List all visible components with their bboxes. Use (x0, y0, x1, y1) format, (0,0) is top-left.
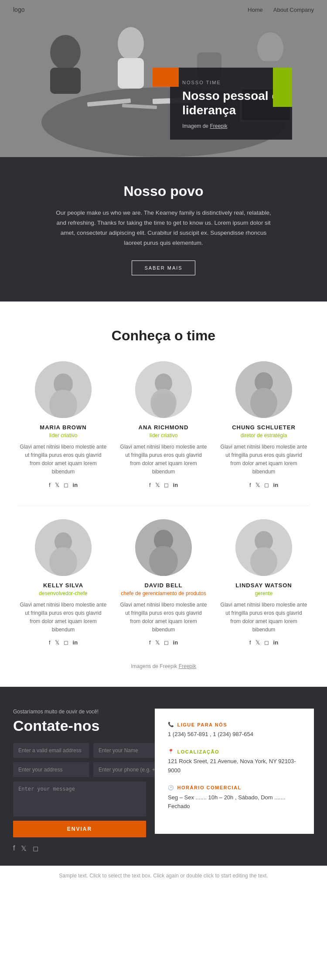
instagram-icon-3[interactable]: ◻ (64, 639, 68, 646)
social-icons-2: f 𝕏 ◻ in (220, 482, 307, 488)
freepik-credit: Imagens de Freepik Freepik (17, 663, 310, 669)
submit-button[interactable]: ENVIAR (13, 821, 146, 837)
member-bio-2: Glavi amet nitnisi libero molestie ante … (220, 443, 307, 476)
phone-label: 📞 LIGUE PARA NÓS (168, 722, 301, 727)
contact-instagram-icon[interactable]: ◻ (33, 844, 38, 853)
nav-links: Home About Company (248, 7, 314, 13)
facebook-icon-2[interactable]: f (249, 482, 251, 488)
nosso-povo-body: Our people make us who we are. The Kearn… (54, 208, 272, 248)
hero-title: Nosso pessoal e liderança (182, 89, 280, 118)
contact-twitter-icon[interactable]: 𝕏 (21, 844, 27, 853)
hours-label: 🕐 HORÁRIO COMERCIAL (168, 785, 301, 791)
avatar-ana (135, 361, 192, 418)
hero-overlay: NOSSO TIME Nosso pessoal e liderança Ima… (170, 68, 292, 140)
member-name-3: KELLY SILVA (20, 582, 107, 589)
twitter-icon-4[interactable]: 𝕏 (155, 639, 160, 646)
team-section: Conheça o time MARIA BROWN líder criativ… (0, 302, 327, 687)
avatar-lindsay (235, 519, 292, 576)
twitter-icon-2[interactable]: 𝕏 (255, 482, 260, 488)
twitter-icon-0[interactable]: 𝕏 (55, 482, 59, 488)
instagram-icon-4[interactable]: ◻ (164, 639, 169, 646)
team-member-5: LINDSAY WATSON gerente Glavi amet nitnis… (220, 519, 307, 646)
contact-title: Contate-nos (13, 717, 146, 734)
member-role-1: líder criativo (120, 432, 207, 439)
facebook-icon-5[interactable]: f (249, 639, 251, 646)
member-role-2: diretor de estratégia (220, 432, 307, 439)
team-member-0: MARIA BROWN líder criativo Glavi amet ni… (20, 361, 107, 488)
member-name-4: DAVID BELL (120, 582, 207, 589)
hero-tag: NOSSO TIME (182, 80, 280, 85)
contact-right: 📞 LIGUE PARA NÓS 1 (234) 567-891 , 1 (23… (155, 709, 314, 834)
member-role-3: desenvolvedor-chefe (20, 590, 107, 596)
linkedin-icon-1[interactable]: in (173, 482, 178, 488)
instagram-icon-0[interactable]: ◻ (64, 482, 68, 488)
member-bio-3: Glavi amet nitnisi libero molestie ante … (20, 601, 107, 634)
contact-left: Gostaríamos muito de ouvir de você! Cont… (13, 709, 146, 853)
facebook-icon-0[interactable]: f (49, 482, 51, 488)
svg-point-4 (118, 27, 144, 60)
svg-point-2 (50, 35, 81, 70)
contact-hours-item: 🕐 HORÁRIO COMERCIAL Seg – Sex ....... 10… (168, 785, 301, 812)
linkedin-icon-2[interactable]: in (273, 482, 279, 488)
hero-freepik-link[interactable]: Freepik (210, 123, 227, 129)
member-bio-5: Glavi amet nitnisi libero molestie ante … (220, 601, 307, 634)
social-icons-0: f 𝕏 ◻ in (20, 482, 107, 488)
message-field[interactable] (13, 781, 146, 816)
svg-rect-30 (50, 551, 76, 576)
nav-about[interactable]: About Company (273, 7, 314, 13)
contact-tag: Gostaríamos muito de ouvir de você! (13, 709, 146, 715)
linkedin-icon-0[interactable]: in (73, 482, 78, 488)
linkedin-icon-4[interactable]: in (173, 639, 178, 646)
saber-mais-button[interactable]: SABER MAIS (132, 260, 195, 275)
instagram-icon-1[interactable]: ◻ (164, 482, 169, 488)
team-member-3: KELLY SILVA desenvolvedor-chefe Glavi am… (20, 519, 107, 646)
team-divider-1 (17, 506, 310, 506)
nav-home[interactable]: Home (248, 7, 263, 13)
member-name-1: ANA RICHMOND (120, 424, 207, 431)
phone-value: 1 (234) 567-891 , 1 (234) 987-654 (168, 730, 301, 739)
clock-icon: 🕐 (168, 785, 175, 791)
member-role-4: chefe de gerenciamento de produtos (120, 590, 207, 596)
twitter-icon-5[interactable]: 𝕏 (255, 639, 260, 646)
contact-phone-item: 📞 LIGUE PARA NÓS 1 (234) 567-891 , 1 (23… (168, 722, 301, 739)
location-icon: 📍 (168, 749, 175, 754)
facebook-icon-4[interactable]: f (149, 639, 151, 646)
team-row-1: MARIA BROWN líder criativo Glavi amet ni… (17, 361, 310, 488)
instagram-icon-5[interactable]: ◻ (264, 639, 269, 646)
svg-rect-22 (151, 392, 176, 418)
nosso-povo-section: Nosso povo Our people make us who we are… (0, 157, 327, 302)
svg-point-8 (257, 32, 283, 64)
email-field[interactable] (13, 743, 89, 758)
linkedin-icon-3[interactable]: in (73, 639, 78, 646)
member-role-5: gerente (220, 590, 307, 596)
twitter-icon-3[interactable]: 𝕏 (55, 639, 59, 646)
social-icons-3: f 𝕏 ◻ in (20, 639, 107, 646)
form-row-1 (13, 743, 146, 758)
freepik-link[interactable]: Freepik (179, 663, 196, 669)
social-icons-4: f 𝕏 ◻ in (120, 639, 207, 646)
contact-facebook-icon[interactable]: f (13, 844, 15, 853)
hero-accent-green (273, 68, 292, 107)
facebook-icon-3[interactable]: f (49, 639, 51, 646)
social-icons-5: f 𝕏 ◻ in (220, 639, 307, 646)
team-title: Conheça o time (17, 328, 310, 344)
twitter-icon-1[interactable]: 𝕏 (155, 482, 160, 488)
avatar-david (135, 519, 192, 576)
hero-accent-orange (153, 68, 179, 87)
member-name-5: LINDSAY WATSON (220, 582, 307, 589)
footer-text: Sample text. Click to select the text bo… (59, 873, 268, 879)
linkedin-icon-5[interactable]: in (273, 639, 279, 646)
svg-rect-5 (118, 58, 144, 89)
member-bio-0: Glavi amet nitnisi libero molestie ante … (20, 443, 107, 476)
social-icons-1: f 𝕏 ◻ in (120, 482, 207, 488)
facebook-icon-1[interactable]: f (149, 482, 151, 488)
location-value: 121 Rock Sreet, 21 Avenue, Nova York, NY… (168, 757, 301, 775)
svg-rect-26 (251, 391, 276, 418)
hero-subtitle: Imagem de Freepik (182, 123, 280, 129)
team-member-4: DAVID BELL chefe de gerenciamento de pro… (120, 519, 207, 646)
svg-rect-3 (50, 68, 81, 94)
address-field[interactable] (13, 762, 89, 777)
member-name-2: CHUNG SCHLUETER (220, 424, 307, 431)
instagram-icon-2[interactable]: ◻ (264, 482, 269, 488)
contact-location-item: 📍 LOCALIZAÇÃO 121 Rock Sreet, 21 Avenue,… (168, 749, 301, 775)
